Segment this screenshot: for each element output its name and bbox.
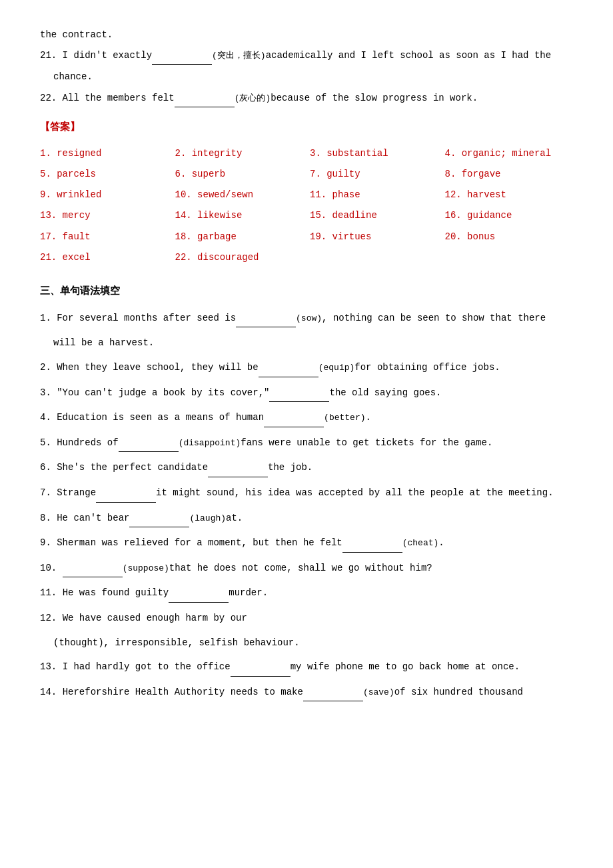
exercise-item: 5. Hundreds of (disappoint)fans were una… bbox=[40, 434, 573, 453]
ex-hint: (save) bbox=[363, 687, 394, 697]
answer-item: 22. discouraged bbox=[175, 249, 304, 266]
ex-text-before: For several months after seed is bbox=[57, 313, 236, 323]
answer-item: 5. parcels bbox=[40, 166, 169, 183]
answer-item: 12. harvest bbox=[445, 187, 574, 203]
exercise-item: 1. For several months after seed is (sow… bbox=[40, 309, 573, 328]
ex-num: 6. bbox=[40, 462, 51, 473]
ex-text-before: Hereforshire Health Authority needs to m… bbox=[63, 687, 303, 697]
ex-text-after: the old saying goes. bbox=[329, 387, 441, 398]
exercise-item: 14. Hereforshire Health Authority needs … bbox=[40, 683, 573, 702]
ex-text-after: it might sound, his idea was accepted by… bbox=[156, 487, 554, 498]
ex-blank bbox=[269, 384, 329, 403]
page-content: the contract. 21. I didn't exactly (突出，擅… bbox=[40, 27, 573, 701]
ex-hint: (disappoint) bbox=[179, 438, 241, 448]
answer-item: 4. organic; mineral bbox=[445, 145, 574, 162]
answer-item: 16. guidance bbox=[445, 207, 574, 224]
ex-text-before: He was found guilty bbox=[63, 587, 169, 598]
continuation-line: (thought), irresponsible, selfish behavi… bbox=[40, 634, 573, 652]
ex-hint: (laugh) bbox=[189, 513, 226, 523]
ex-num: 2. bbox=[40, 362, 51, 373]
ex-num: 8. bbox=[40, 513, 51, 523]
ex-num: 9. bbox=[40, 537, 51, 548]
ex-blank bbox=[96, 484, 156, 503]
ex-blank bbox=[63, 559, 123, 578]
ex-num: 12. bbox=[40, 613, 57, 623]
ex-text-after: . bbox=[366, 412, 371, 423]
ex-text-before: I had hardly got to the office bbox=[63, 661, 231, 672]
ex-num: 14. bbox=[40, 687, 57, 697]
item22-hint: (灰心的) bbox=[235, 93, 271, 103]
answer-title: 【答案】 bbox=[40, 118, 573, 136]
answer-item: 19. virtues bbox=[310, 229, 438, 245]
answer-item: 20. bonus bbox=[445, 229, 574, 245]
exercise-item: 2. When they leave school, they will be … bbox=[40, 359, 573, 377]
ex-text-after: that he does not come, shall we go witho… bbox=[169, 563, 432, 573]
item22-prefix: 22. All the members felt bbox=[40, 93, 175, 103]
answer-item: 21. excel bbox=[40, 249, 169, 266]
answer-item: 8. forgave bbox=[445, 166, 574, 183]
exercise-item: 7. Strange it might sound, his idea was … bbox=[40, 484, 573, 503]
answer-item: 1. resigned bbox=[40, 145, 169, 162]
exercise-item: 10. (suppose)that he does not come, shal… bbox=[40, 559, 573, 578]
exercise-item: 3. "You can't judge a book by its cover,… bbox=[40, 384, 573, 403]
intro-item21-cont: chance. bbox=[40, 69, 573, 85]
ex-text-before: Education is seen as a means of human bbox=[57, 412, 264, 423]
ex-text-before: "You can't judge a book by its cover," bbox=[57, 387, 269, 398]
ex-num: 3. bbox=[40, 387, 51, 398]
exercise-item: 12. We have caused enough harm by our bbox=[40, 609, 573, 627]
ex-text-after: at. bbox=[226, 513, 243, 523]
answer-item: 2. integrity bbox=[175, 145, 304, 162]
ex-hint: (sow) bbox=[296, 313, 322, 323]
ex-hint: (better) bbox=[324, 413, 365, 423]
ex-hint: (suppose) bbox=[123, 563, 169, 573]
ex-blank bbox=[129, 509, 189, 528]
ex-text-after: , nothing can be seen to show that there bbox=[322, 313, 546, 323]
ex-blank bbox=[208, 459, 268, 477]
ex-text-after: of six hundred thousand bbox=[394, 687, 523, 697]
item22-blank bbox=[175, 90, 235, 107]
exercise-item: 13. I had hardly got to the office my wi… bbox=[40, 658, 573, 677]
ex-blank bbox=[342, 534, 402, 553]
ex-text-after: the job. bbox=[268, 462, 312, 473]
item21-prefix: 21. I didn't exactly bbox=[40, 50, 152, 61]
intro-line1: the contract. bbox=[40, 27, 573, 43]
intro-section: the contract. 21. I didn't exactly (突出，擅… bbox=[40, 27, 573, 107]
ex-text-after: my wife phone me to go back home at once… bbox=[291, 661, 520, 672]
exercise-list: 1. For several months after seed is (sow… bbox=[40, 309, 573, 702]
item21-blank bbox=[152, 47, 212, 65]
ex-num: 11. bbox=[40, 587, 57, 598]
answer-grid: 1. resigned2. integrity3. substantial4. … bbox=[40, 145, 573, 266]
answer-item: 6. superb bbox=[175, 166, 304, 183]
ex-blank bbox=[236, 309, 296, 328]
ex-num: 1. bbox=[40, 313, 51, 323]
intro-item22: 22. All the members felt (灰心的)because of… bbox=[40, 90, 573, 107]
answer-item: 10. sewed/sewn bbox=[175, 187, 304, 203]
ex-text-after: . bbox=[438, 537, 444, 548]
ex-text-after: for obtaining office jobs. bbox=[354, 362, 500, 373]
ex-text-before: She's the perfect candidate bbox=[57, 462, 208, 473]
ex-text-before: When they leave school, they will be bbox=[57, 362, 258, 373]
ex-hint: (cheat) bbox=[402, 538, 439, 548]
item22-rest: because of the slow progress in work. bbox=[271, 93, 478, 103]
continuation-line: will be a harvest. bbox=[40, 334, 573, 352]
answer-section: 【答案】 1. resigned2. integrity3. substanti… bbox=[40, 118, 573, 266]
answer-item: 9. wrinkled bbox=[40, 187, 169, 203]
ex-text-before: Sherman was relieved for a moment, but t… bbox=[57, 537, 342, 548]
ex-text: We have caused enough harm by our bbox=[63, 613, 247, 623]
answer-item: 14. likewise bbox=[175, 207, 304, 224]
answer-item: 3. substantial bbox=[310, 145, 438, 162]
answer-item: 13. mercy bbox=[40, 207, 169, 224]
intro-item21: 21. I didn't exactly (突出，擅长)academically… bbox=[40, 47, 573, 65]
answer-item: 15. deadline bbox=[310, 207, 438, 224]
ex-num: 13. bbox=[40, 661, 57, 672]
ex-blank bbox=[119, 434, 179, 453]
ex-hint: (equip) bbox=[318, 363, 355, 373]
answer-item: 11. phase bbox=[310, 187, 438, 203]
ex-blank bbox=[169, 584, 229, 603]
section3: 三、单句语法填空 1. For several months after see… bbox=[40, 282, 573, 702]
item21-rest: academically and I left school as soon a… bbox=[266, 50, 551, 61]
exercise-item: 6. She's the perfect candidate the job. bbox=[40, 459, 573, 477]
section3-title: 三、单句语法填空 bbox=[40, 282, 573, 300]
ex-num: 5. bbox=[40, 437, 51, 448]
item21-hint: (突出，擅长) bbox=[212, 51, 266, 61]
